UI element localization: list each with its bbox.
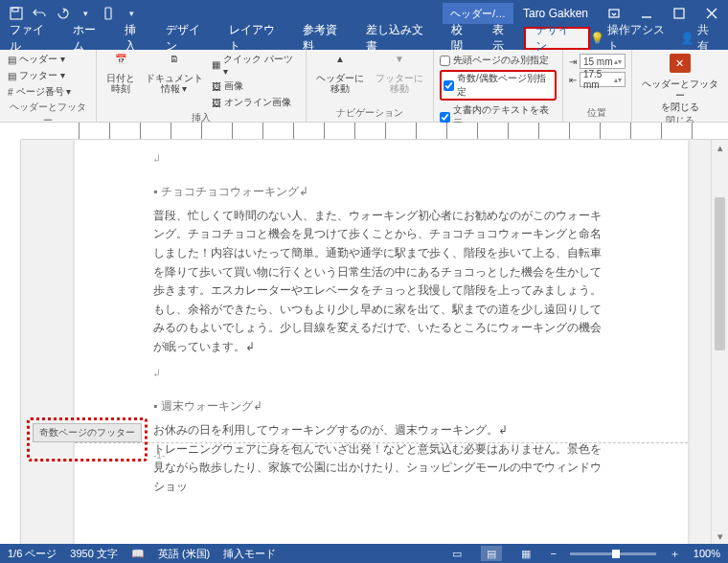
group-close: ✕ ヘッダーとフッターを閉じる 閉じる bbox=[632, 50, 728, 122]
body-text: トレーニングウェアに身を包んでいざ出発！などと意気込む必要はありません。景色を見… bbox=[153, 440, 609, 497]
header-button[interactable]: ▤ヘッダー ▾ bbox=[6, 52, 73, 67]
calendar-icon: 📅 bbox=[112, 54, 129, 71]
tab-mailings[interactable]: 差し込み文書 bbox=[356, 27, 442, 50]
quick-parts-button[interactable]: ▦クイック パーツ ▾ bbox=[210, 52, 300, 78]
doc-info-button[interactable]: 🗎ドキュメント 情報 ▾ bbox=[142, 52, 206, 96]
redo-icon[interactable] bbox=[52, 3, 73, 24]
qat-more-icon[interactable]: ▾ bbox=[75, 3, 96, 24]
zoom-level[interactable]: 100% bbox=[694, 548, 720, 559]
scroll-down-icon[interactable]: ▾ bbox=[712, 529, 728, 544]
group-header-footer: ▤ヘッダー ▾ ▤フッター ▾ #ページ番号 ▾ ヘッダーとフッター bbox=[0, 50, 97, 122]
qat-custom-icon[interactable]: ▾ bbox=[121, 3, 142, 24]
heading: ▪ 週末ウォーキング↲ bbox=[153, 396, 609, 416]
touch-mode-icon[interactable] bbox=[98, 3, 119, 24]
svg-rect-2 bbox=[105, 8, 111, 19]
zoom-out-icon[interactable]: − bbox=[550, 548, 556, 559]
contextual-tab-label: ヘッダー/… bbox=[443, 3, 513, 24]
group-navigation: ▲ヘッダーに 移動 ▼フッターに 移動 ナビゲーション bbox=[307, 50, 434, 122]
zoom-slider[interactable] bbox=[570, 552, 656, 555]
header-top-spinner[interactable]: ⇥15 mm▴▾ bbox=[569, 54, 626, 69]
odd-even-different-checkbox[interactable]: 奇数/偶数ページ別指定 bbox=[440, 70, 557, 101]
quick-access-toolbar: ▾ ▾ bbox=[0, 3, 142, 24]
pictures-button[interactable]: 🖼画像 bbox=[210, 79, 300, 94]
goto-header-button[interactable]: ▲ヘッダーに 移動 bbox=[312, 52, 368, 96]
tab-layout[interactable]: レイアウト bbox=[219, 27, 293, 50]
tab-file[interactable]: ファイル bbox=[0, 27, 63, 50]
tab-design[interactable]: デザイン bbox=[156, 27, 219, 50]
svg-rect-4 bbox=[674, 9, 684, 18]
zoom-in-icon[interactable]: ＋ bbox=[670, 547, 680, 561]
footer-icon: ▤ bbox=[8, 71, 16, 81]
tab-review[interactable]: 校閲 bbox=[442, 27, 483, 50]
share-icon: 👤 bbox=[680, 32, 694, 45]
goto-footer-icon: ▼ bbox=[391, 54, 408, 71]
user-name[interactable]: Taro Gakken bbox=[513, 7, 598, 20]
language-indicator[interactable]: 英語 (米国) bbox=[158, 547, 210, 561]
footer-bottom-spinner[interactable]: ⇤17.5 mm▴▾ bbox=[569, 72, 626, 87]
ribbon-tabs: ファイル ホーム 挿入 デザイン レイアウト 参考資料 差し込み文書 校閲 表示… bbox=[0, 27, 728, 50]
body-text: お休みの日を利用してウォーキングするのが、週末ウォーキング。↲ bbox=[153, 421, 609, 440]
bulb-icon: 💡 bbox=[590, 32, 604, 45]
status-bar: 1/6 ページ 3950 文字 📖 英語 (米国) 挿入モード ▭ ▤ ▦ − … bbox=[0, 544, 728, 563]
footer-label-callout: 奇数ページのフッター bbox=[33, 423, 142, 442]
page[interactable]: ↲ ▪ チョコチョコウォーキング↲ 普段、忙しくて時間のない人、また、ウォーキン… bbox=[75, 140, 688, 544]
paragraph-mark: ↲ bbox=[153, 364, 609, 383]
insert-mode[interactable]: 挿入モード bbox=[223, 547, 276, 561]
bottom-margin-icon: ⇤ bbox=[569, 75, 577, 85]
picture-icon: 🖼 bbox=[212, 81, 221, 92]
group-options: 先頭ページのみ別指定 奇数/偶数ページ別指定 文書内のテキストを表示 オプション bbox=[434, 50, 563, 122]
group-label: 位置 bbox=[569, 105, 626, 122]
svg-rect-1 bbox=[12, 8, 18, 11]
quickparts-icon: ▦ bbox=[212, 59, 220, 70]
group-position: ⇥15 mm▴▾ ⇤17.5 mm▴▾ 位置 bbox=[563, 50, 632, 122]
online-pictures-button[interactable]: 🖼オンライン画像 bbox=[210, 95, 300, 110]
footer-value[interactable]: -1- bbox=[153, 450, 165, 461]
save-icon[interactable] bbox=[6, 3, 27, 24]
tab-view[interactable]: 表示 bbox=[483, 27, 524, 50]
group-label: ナビゲーション bbox=[312, 105, 427, 122]
vertical-ruler[interactable] bbox=[0, 140, 21, 544]
page-indicator[interactable]: 1/6 ページ bbox=[8, 547, 57, 561]
first-page-different-checkbox[interactable]: 先頭ページのみ別指定 bbox=[440, 54, 557, 67]
tell-me[interactable]: 💡操作アシスト bbox=[590, 22, 672, 55]
pageno-icon: # bbox=[8, 87, 13, 98]
scroll-up-icon[interactable]: ▴ bbox=[712, 140, 728, 155]
undo-icon[interactable] bbox=[29, 3, 50, 24]
body-text: 普段、忙しくて時間のない人、また、ウォーキング初心者にお勧めなのがこのウォーキン… bbox=[153, 207, 609, 356]
top-margin-icon: ⇥ bbox=[569, 56, 577, 67]
document-area: ↲ ▪ チョコチョコウォーキング↲ 普段、忙しくて時間のない人、また、ウォーキン… bbox=[21, 140, 711, 544]
read-mode-icon[interactable]: ▭ bbox=[446, 546, 467, 561]
date-time-button[interactable]: 📅日付と 時刻 bbox=[102, 52, 138, 96]
ribbon: ▤ヘッダー ▾ ▤フッター ▾ #ページ番号 ▾ ヘッダーとフッター 📅日付と … bbox=[0, 50, 728, 123]
word-count[interactable]: 3950 文字 bbox=[70, 547, 118, 561]
scroll-thumb[interactable] bbox=[715, 197, 725, 350]
paragraph-mark: ↲ bbox=[153, 149, 609, 169]
spell-check-icon[interactable]: 📖 bbox=[131, 548, 145, 560]
close-hf-button[interactable]: ✕ bbox=[670, 54, 691, 73]
web-layout-icon[interactable]: ▦ bbox=[515, 546, 536, 561]
tab-home[interactable]: ホーム bbox=[63, 27, 115, 50]
online-pic-icon: 🖼 bbox=[212, 98, 221, 108]
horizontal-ruler[interactable] bbox=[21, 123, 728, 140]
goto-header-icon: ▲ bbox=[331, 54, 349, 71]
group-insert: 📅日付と 時刻 🗎ドキュメント 情報 ▾ ▦クイック パーツ ▾ 🖼画像 🖼オン… bbox=[97, 50, 307, 122]
heading: ▪ チョコチョコウォーキング↲ bbox=[153, 182, 609, 201]
header-icon: ▤ bbox=[8, 55, 16, 65]
tab-references[interactable]: 参考資料 bbox=[293, 27, 356, 50]
vertical-scrollbar[interactable]: ▴ ▾ bbox=[711, 140, 728, 544]
docinfo-icon: 🗎 bbox=[166, 54, 183, 71]
tab-insert[interactable]: 挿入 bbox=[115, 27, 156, 50]
goto-footer-button[interactable]: ▼フッターに 移動 bbox=[372, 52, 427, 96]
page-number-button[interactable]: #ページ番号 ▾ bbox=[6, 84, 73, 100]
share-button[interactable]: 👤共有 bbox=[680, 22, 718, 55]
footer-button[interactable]: ▤フッター ▾ bbox=[6, 68, 73, 83]
print-layout-icon[interactable]: ▤ bbox=[481, 546, 502, 561]
tab-hf-design[interactable]: デザイン bbox=[524, 27, 591, 50]
